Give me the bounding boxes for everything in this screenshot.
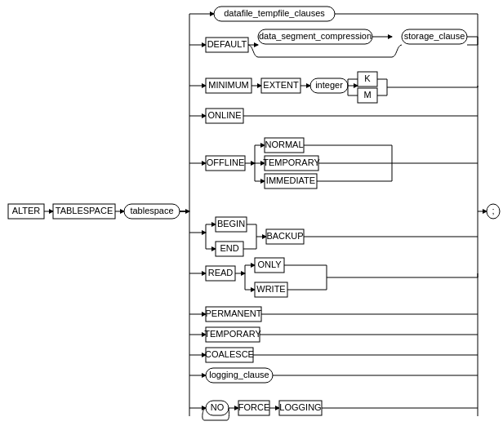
extent-label: EXTENT: [263, 80, 299, 90]
tablespace-var-label: tablespace: [130, 206, 173, 215]
no-label: NO: [211, 402, 225, 412]
integer-label: integer: [315, 80, 343, 90]
read-label: READ: [208, 268, 234, 277]
begin-label: BEGIN: [217, 219, 245, 228]
normal-label: NORMAL: [265, 140, 303, 149]
logging-clause-label: logging_clause: [209, 370, 269, 379]
alter-label: ALTER: [12, 206, 41, 215]
arc-skip-dataseg: [248, 45, 402, 57]
default-label: DEFAULT: [207, 39, 247, 49]
coalesce-label: COALESCE: [205, 349, 254, 359]
m-label: M: [363, 90, 371, 100]
write-label: WRITE: [256, 284, 285, 294]
offline-label: OFFLINE: [207, 157, 244, 167]
semicolon-label: ;: [492, 206, 494, 215]
backup-label: BACKUP: [266, 231, 303, 241]
storage-label: storage_clause: [404, 31, 465, 41]
dataseg-label: data_segment_compression: [259, 31, 372, 41]
end-label: END: [220, 243, 238, 253]
k-label: K: [364, 73, 371, 83]
force-label: FORCE: [238, 402, 270, 412]
immediate-label: IMMEDIATE: [266, 175, 315, 185]
temporary2-label: TEMPORARY: [204, 329, 261, 339]
only-label: ONLY: [257, 259, 282, 269]
datafile-label: datafile_tempfile_clauses: [224, 8, 325, 18]
logging-label: LOGGING: [279, 402, 321, 412]
minimum-label: MINIMUM: [208, 80, 249, 90]
online-label: ONLINE: [208, 110, 242, 120]
tablespace-kw-label: TABLESPACE: [56, 206, 114, 215]
temporary-sub-label: TEMPORARY: [263, 157, 320, 167]
permanent-label: PERMANENT: [205, 308, 261, 318]
